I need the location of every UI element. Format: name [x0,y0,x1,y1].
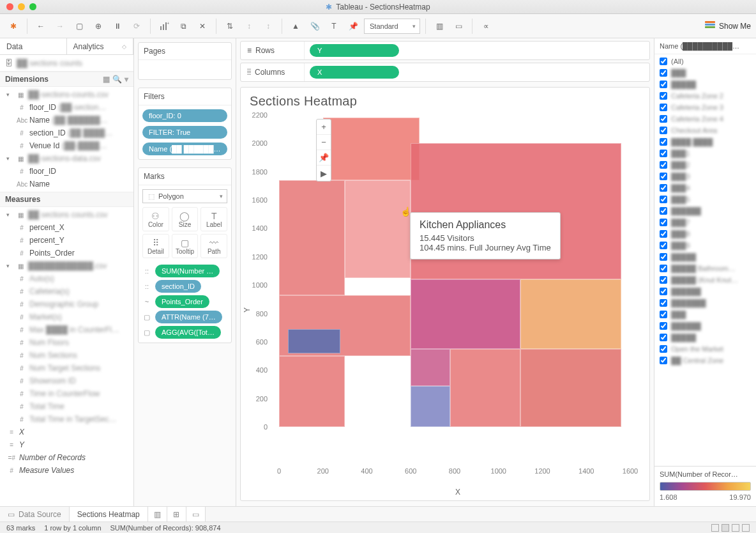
tree-item[interactable]: #Num Sections [0,349,133,362]
view-icon[interactable]: ▦ [103,75,110,84]
view2-icon[interactable] [722,524,729,532]
filter-item-row[interactable]: ███3 [654,171,756,182]
columns-shelf[interactable]: ⦙⦙⦙Columns X [240,63,650,82]
group-button[interactable]: 📎 [306,18,323,35]
mark-pill[interactable]: ::SUM(Number … [142,265,227,277]
tree-item[interactable]: #Max ████ in CounterFl… [0,323,133,336]
filter-item-row[interactable]: Cafeteria Zone 2 [654,90,756,102]
tree-group[interactable]: ▾▦██ sections counts.csv [0,208,133,221]
mark-pill[interactable]: ~Points_Order [142,295,227,308]
heatmap-section[interactable] [450,349,520,427]
tree-item[interactable]: =Y [0,438,133,451]
menu-icon[interactable]: ▾ [125,75,128,84]
highlight-button[interactable]: ▲ [287,18,304,35]
fit-dropdown[interactable]: Standard [364,19,420,34]
tree-item[interactable]: #Venue Id (██-████… [0,139,133,152]
filter-item-row[interactable]: █████ [654,332,756,343]
save-button[interactable]: ▢ [71,18,87,35]
tree-item[interactable]: #Num Target Sections [0,362,133,375]
rows-pill[interactable]: Y [310,44,399,57]
filter-item-row[interactable]: ███ [654,309,756,320]
zoom-out-button[interactable]: − [317,135,331,150]
minimize-window-button[interactable] [18,3,25,10]
new-worksheet-tab[interactable]: ▥ [148,507,167,521]
mark-pill[interactable]: ::section_ID [142,280,227,293]
filter-item-row[interactable]: Cafeteria Zone 3 [654,102,756,113]
tree-item[interactable]: #Total Time [0,400,133,413]
new-story-tab[interactable]: ▭ [186,507,206,521]
tree-item[interactable]: =X [0,426,133,438]
heatmap-section[interactable] [411,349,450,386]
heatmap-section[interactable] [411,386,450,427]
filter-item-row[interactable]: ███5 [654,194,756,205]
zoom-play-button[interactable]: ▶ [317,166,331,181]
tree-item[interactable]: #Time in CounterFlow [0,387,133,400]
heatmap-plot[interactable] [279,115,630,427]
heatmap-section[interactable] [279,356,345,427]
filter-all-row[interactable]: (All) [654,56,756,67]
filter-item-row[interactable]: Checkout Area [654,125,756,136]
tree-item[interactable]: #floor_ID (██-section… [0,101,133,114]
zoom-window-button[interactable] [29,3,36,10]
tree-item[interactable]: #percent_Y [0,234,133,247]
new-worksheet-button[interactable]: + [156,18,172,35]
tree-item[interactable]: #Points_Order [0,247,133,259]
marks-path[interactable]: 〰Path [200,234,227,258]
tree-item[interactable]: #Showroom ID [0,375,133,387]
marks-label[interactable]: TLabel [200,207,227,231]
sheet-tab-active[interactable]: Sections Heatmap [70,507,148,521]
labels-button[interactable]: T [326,18,342,35]
marks-detail[interactable]: ⠿Detail [142,234,169,258]
view4-icon[interactable] [742,524,750,532]
filter-item-row[interactable]: ██████ [654,205,756,217]
filter-item-row[interactable]: █████ (Knut Knut… [654,274,756,286]
heatmap-section[interactable] [279,180,345,295]
marks-tooltip[interactable]: ▢Tooltip [172,234,199,258]
filter-item-row[interactable]: ███2 [654,159,756,171]
marks-size[interactable]: ◯Size [172,207,199,231]
heatmap-section[interactable] [323,118,420,180]
sort-desc-button[interactable]: ↕ [260,18,276,35]
new-dashboard-tab[interactable]: ⊞ [167,507,186,521]
clear-sheet-button[interactable]: ✕ [194,18,211,35]
marks-type-dropdown[interactable]: ⬚ Polygon [142,189,227,203]
datasource-row[interactable]: 🗄 ██ sections counts [0,55,133,72]
heatmap-section[interactable] [411,279,520,349]
tree-item[interactable]: #percent_X [0,221,133,234]
mark-pill[interactable]: ▢ATTR(Name (7… [142,311,227,323]
marks-color[interactable]: ⚇Color [142,207,169,231]
search-icon[interactable]: 🔍 [112,75,122,84]
heatmap-section[interactable] [520,349,621,427]
zoom-pin-button[interactable]: 📌 [317,150,331,166]
heatmap-section[interactable] [520,279,621,349]
heatmap-section[interactable] [345,180,411,278]
filter-item-row[interactable]: █████ Bathroom… [654,263,756,274]
filter-item-row[interactable]: ███8 [654,228,756,240]
close-window-button[interactable] [6,3,13,10]
tree-group[interactable]: ▾▦██-sections-data.csv [0,152,133,165]
view3-icon[interactable] [732,524,739,532]
pages-shelf[interactable]: Pages [138,42,232,80]
tree-item[interactable]: =#Number of Records [0,451,133,464]
tableau-logo-icon[interactable]: ✱ [5,18,22,35]
filter-pill[interactable]: floor_ID: 0 [142,109,227,122]
rows-shelf[interactable]: ≡Rows Y [240,41,650,60]
tree-item[interactable]: AbcName [0,178,133,190]
filter-item-row[interactable]: █████ [654,79,756,90]
filter-item-row[interactable]: ██ Central Zone [654,355,756,366]
filter-item-row[interactable]: Open the Market [654,343,756,355]
heatmap-section[interactable] [288,329,341,353]
filter-pill[interactable]: FILTER: True [142,126,227,139]
pause-button[interactable]: ⏸ [109,18,126,35]
tree-item[interactable]: #Cafeteria(s) [0,285,133,298]
tree-item[interactable]: AbcName (██ ██████… [0,114,133,127]
presentation-button[interactable]: ▭ [450,18,467,35]
view1-icon[interactable] [711,524,719,532]
filter-item-row[interactable]: ███████ [654,297,756,309]
filter-item-row[interactable]: ███7 [654,217,756,228]
filter-item-row[interactable]: Cafeteria Zone 4 [654,113,756,125]
filter-item-row[interactable]: ██████ [654,286,756,297]
back-button[interactable]: ← [33,18,49,35]
analytics-tab[interactable]: Analytics◇ [67,38,134,54]
mark-pill[interactable]: ▢AGG(AVG([Tot… [142,326,227,339]
